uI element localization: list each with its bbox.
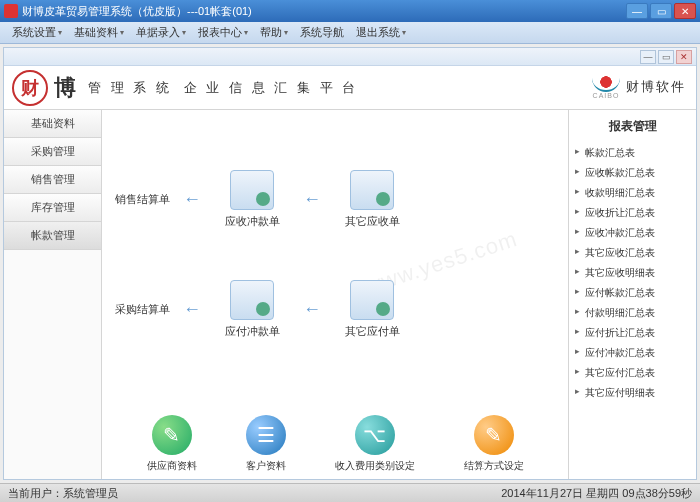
shortcut-income-expense-category[interactable]: ⌥ 收入费用类别设定 [335,415,415,473]
app-icon [4,4,18,18]
menu-exit-system[interactable]: 退出系统▾ [350,23,412,42]
category-icon: ⌥ [355,415,395,455]
menubar: 系统设置▾ 基础资料▾ 单据录入▾ 报表中心▾ 帮助▾ 系统导航 退出系统▾ [0,22,700,44]
sidebar-item-label: 销售管理 [31,172,75,187]
window-title: 财博皮革贸易管理系统（优皮版）---01帐套(01) [22,4,626,19]
right-panel-title: 报表管理 [575,118,690,135]
menu-document-entry[interactable]: 单据录入▾ [130,23,192,42]
menu-label: 退出系统 [356,25,400,40]
chevron-down-icon: ▾ [402,28,406,37]
flow-item-other-receivable[interactable]: 其它应收单 [332,170,412,229]
report-link[interactable]: 收款明细汇总表 [575,183,690,203]
inner-close-button[interactable]: ✕ [676,50,692,64]
flow-label-purchase: 采购结算单 [112,302,172,317]
inner-window: — ▭ ✕ 财 博 管 理 系 统 企 业 信 息 汇 集 平 台 CAIBO … [3,47,697,480]
shortcut-settlement-method[interactable]: ✎ 结算方式设定 [464,415,524,473]
inner-titlebar: — ▭ ✕ [4,48,696,66]
status-user-label: 当前用户： [8,486,63,501]
arrow-left-icon: ← [292,299,332,320]
shortcut-label: 供应商资料 [147,459,197,473]
menu-label: 单据录入 [136,25,180,40]
brand-header: 财 博 管 理 系 统 企 业 信 息 汇 集 平 台 CAIBO 财博软件 [4,66,696,110]
chevron-down-icon: ▾ [182,28,186,37]
menu-label: 报表中心 [198,25,242,40]
maximize-button[interactable]: ▭ [650,3,672,19]
menu-label: 系统导航 [300,25,344,40]
flow-row-purchase: 采购结算单 ← 应付冲款单 ← 其它应付单 [112,280,412,339]
sidebar-item-label: 库存管理 [31,200,75,215]
report-link[interactable]: 其它应付汇总表 [575,363,690,383]
report-link[interactable]: 应收冲款汇总表 [575,223,690,243]
sidebar-item-label: 采购管理 [31,144,75,159]
arrow-left-icon: ← [292,189,332,210]
shortcut-supplier-data[interactable]: ✎ 供应商资料 [147,415,197,473]
shortcut-label: 客户资料 [246,459,286,473]
sidebar-item-sales[interactable]: 销售管理 [4,166,101,194]
status-user-value: 系统管理员 [63,486,118,501]
sidebar-item-label: 帐款管理 [31,228,75,243]
window-controls: — ▭ ✕ [626,3,696,19]
chevron-down-icon: ▾ [244,28,248,37]
left-sidebar: 基础资料 采购管理 销售管理 库存管理 帐款管理 [4,110,102,479]
flow-item-other-payable[interactable]: 其它应付单 [332,280,412,339]
sidebar-item-label: 基础资料 [31,116,75,131]
sidebar-item-purchase[interactable]: 采购管理 [4,138,101,166]
menu-report-center[interactable]: 报表中心▾ [192,23,254,42]
menu-label: 帮助 [260,25,282,40]
flow-item-payable-offset[interactable]: 应付冲款单 [212,280,292,339]
sidebar-item-inventory[interactable]: 库存管理 [4,194,101,222]
report-link[interactable]: 付款明细汇总表 [575,303,690,323]
report-link[interactable]: 应付帐款汇总表 [575,283,690,303]
status-datetime: 2014年11月27日 星期四 09点38分59秒 [501,486,692,501]
statusbar: 当前用户： 系统管理员 2014年11月27日 星期四 09点38分59秒 [0,483,700,502]
inner-maximize-button[interactable]: ▭ [658,50,674,64]
report-link[interactable]: 应付折让汇总表 [575,323,690,343]
brand-right-text: 财博软件 [626,78,686,96]
customer-icon: ☰ [246,415,286,455]
chevron-down-icon: ▾ [120,28,124,37]
arrow-left-icon: ← [172,299,212,320]
report-link[interactable]: 帐款汇总表 [575,143,690,163]
menu-label: 基础资料 [74,25,118,40]
shortcut-customer-data[interactable]: ☰ 客户资料 [246,415,286,473]
menu-label: 系统设置 [12,25,56,40]
report-link[interactable]: 其它应收汇总表 [575,243,690,263]
flow-item-receivable-offset[interactable]: 应收冲款单 [212,170,292,229]
flow-label-sales: 销售结算单 [112,192,172,207]
document-icon [230,170,274,210]
chevron-down-icon: ▾ [284,28,288,37]
report-link[interactable]: 应付冲款汇总表 [575,343,690,363]
brand-line2: 企 业 信 息 汇 集 平 台 [184,79,358,97]
sidebar-item-base-data[interactable]: 基础资料 [4,110,101,138]
sidebar-item-accounts[interactable]: 帐款管理 [4,222,101,250]
menu-system-settings[interactable]: 系统设置▾ [6,23,68,42]
report-link[interactable]: 应收帐款汇总表 [575,163,690,183]
report-link[interactable]: 其它应付明细表 [575,383,690,403]
right-report-panel: 报表管理 帐款汇总表 应收帐款汇总表 收款明细汇总表 应收折让汇总表 应收冲款汇… [568,110,696,479]
minimize-button[interactable]: — [626,3,648,19]
menu-system-nav[interactable]: 系统导航 [294,23,350,42]
flow-item-label: 其它应收单 [345,214,400,229]
close-button[interactable]: ✕ [674,3,696,19]
flow-item-label: 应付冲款单 [225,324,280,339]
chevron-down-icon: ▾ [58,28,62,37]
brand-eye-icon [592,74,620,92]
flow-item-label: 应收冲款单 [225,214,280,229]
brand-line1: 管 理 系 统 [88,79,172,97]
menu-base-data[interactable]: 基础资料▾ [68,23,130,42]
report-list: 帐款汇总表 应收帐款汇总表 收款明细汇总表 应收折让汇总表 应收冲款汇总表 其它… [575,143,690,403]
menu-help[interactable]: 帮助▾ [254,23,294,42]
logo-icon: 财 [12,70,48,106]
brand-right: CAIBO 财博软件 [592,74,686,99]
bottom-shortcut-row: ✎ 供应商资料 ☰ 客户资料 ⌥ 收入费用类别设定 ✎ 结算方式设定 [102,415,568,473]
shortcut-label: 结算方式设定 [464,459,524,473]
inner-body: 基础资料 采购管理 销售管理 库存管理 帐款管理 www.yes5.com 销售… [4,110,696,479]
settlement-icon: ✎ [474,415,514,455]
supplier-icon: ✎ [152,415,192,455]
document-icon [350,170,394,210]
window-titlebar: 财博皮革贸易管理系统（优皮版）---01帐套(01) — ▭ ✕ [0,0,700,22]
inner-minimize-button[interactable]: — [640,50,656,64]
brand-name: 博 [54,73,76,103]
report-link[interactable]: 应收折让汇总表 [575,203,690,223]
report-link[interactable]: 其它应收明细表 [575,263,690,283]
